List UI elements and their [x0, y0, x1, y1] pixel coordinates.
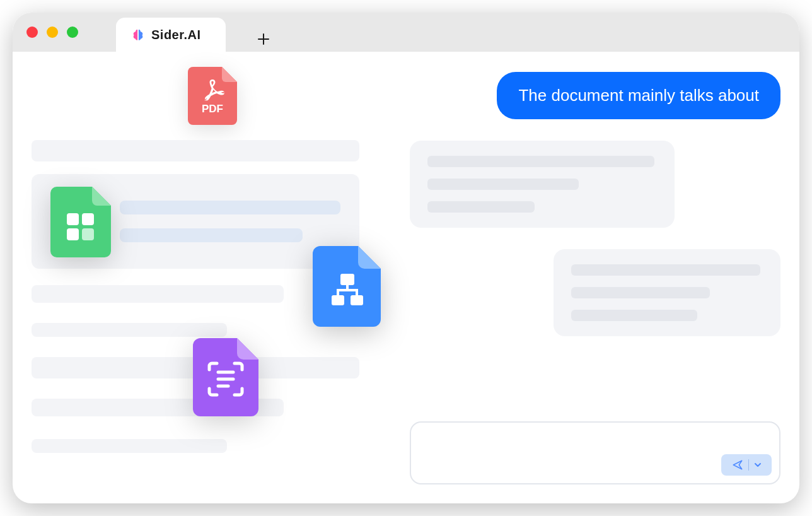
content-area: PDF	[13, 52, 799, 503]
response-line	[427, 179, 579, 190]
svg-rect-2	[67, 228, 79, 240]
svg-rect-10	[356, 289, 358, 296]
app-window: Sider.AI PDF	[13, 13, 799, 503]
svg-rect-1	[82, 213, 94, 225]
doc-line	[32, 140, 359, 161]
doc-line	[32, 285, 284, 303]
ai-response-bubble	[410, 141, 675, 228]
pdf-file-icon: PDF	[188, 67, 237, 127]
send-button[interactable]	[721, 454, 772, 476]
response-line	[571, 310, 697, 321]
divider	[748, 459, 749, 471]
new-tab-button[interactable]	[251, 26, 276, 52]
svg-rect-0	[67, 213, 79, 225]
svg-rect-3	[82, 228, 94, 240]
brain-icon	[131, 28, 145, 42]
svg-rect-4	[340, 274, 354, 285]
flowchart-file-icon	[313, 246, 381, 329]
plus-icon	[257, 33, 270, 45]
user-message-bubble: The document mainly talks about	[497, 72, 780, 119]
tab-title: Sider.AI	[151, 28, 200, 42]
response-line	[571, 287, 710, 298]
chat-pane: The document mainly talks about	[410, 67, 780, 484]
maximize-window-button[interactable]	[67, 26, 78, 38]
scan-file-icon	[193, 338, 258, 419]
chevron-down-icon	[754, 461, 762, 469]
titlebar: Sider.AI	[13, 13, 799, 52]
send-icon	[732, 459, 743, 471]
spreadsheet-file-icon	[50, 187, 111, 260]
response-line	[427, 156, 654, 167]
chat-input[interactable]	[410, 421, 780, 484]
close-window-button[interactable]	[26, 26, 38, 38]
tab-bar: Sider.AI	[116, 13, 276, 52]
tab-sider-ai[interactable]: Sider.AI	[116, 18, 226, 52]
user-message-text: The document mainly talks about	[518, 86, 759, 105]
traffic-lights	[26, 26, 78, 38]
minimize-window-button[interactable]	[47, 26, 58, 38]
doc-line	[32, 323, 227, 337]
pdf-label: PDF	[202, 103, 223, 115]
svg-rect-9	[337, 289, 339, 296]
ai-response-bubble	[554, 249, 780, 336]
svg-rect-5	[332, 295, 344, 305]
doc-line	[32, 439, 227, 453]
doc-line	[120, 228, 303, 242]
doc-line	[120, 201, 340, 214]
svg-rect-8	[337, 289, 358, 291]
document-preview-pane: PDF	[32, 67, 385, 484]
response-line	[427, 201, 535, 213]
response-line	[571, 264, 760, 276]
svg-rect-6	[351, 295, 363, 305]
